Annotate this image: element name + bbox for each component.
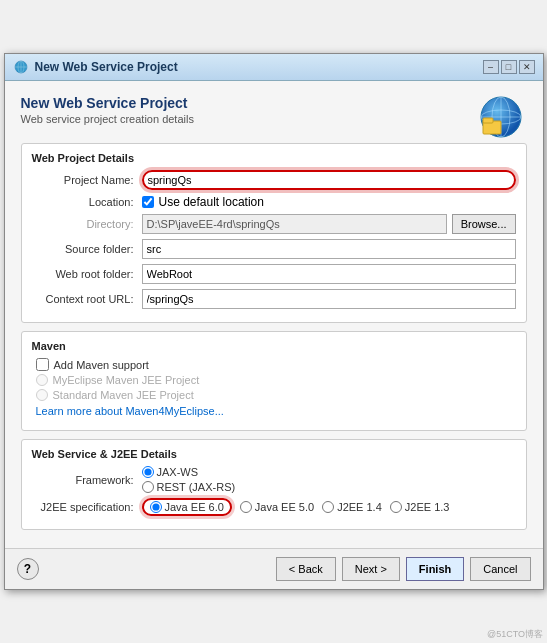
standard-maven-label: Standard Maven JEE Project (53, 389, 194, 401)
j2ee-13-label: J2EE 1.3 (405, 501, 450, 513)
close-button[interactable]: ✕ (519, 60, 535, 74)
jax-ws-row: JAX-WS (142, 466, 236, 478)
browse-button[interactable]: Browse... (452, 214, 516, 234)
java-ee-50-label: Java EE 5.0 (255, 501, 314, 513)
next-button[interactable]: Next > (342, 557, 400, 581)
myeclipse-maven-label: MyEclipse Maven JEE Project (53, 374, 200, 386)
directory-input[interactable] (142, 214, 447, 234)
j2ee-13-radio[interactable] (390, 501, 402, 513)
web-root-folder-input[interactable] (142, 264, 516, 284)
cancel-button[interactable]: Cancel (470, 557, 530, 581)
content-wrapper: New Web Service Project Web service proj… (21, 95, 527, 530)
rest-row: REST (JAX-RS) (142, 481, 236, 493)
help-button[interactable]: ? (17, 558, 39, 580)
window-icon (13, 59, 29, 75)
location-label: Location: (32, 196, 142, 208)
j2ee-14-radio[interactable] (322, 501, 334, 513)
web-project-details-label: Web Project Details (32, 152, 516, 164)
standard-maven-row: Standard Maven JEE Project (32, 389, 516, 401)
use-default-location-label: Use default location (159, 195, 264, 209)
j2ee-14-option: J2EE 1.4 (322, 501, 382, 513)
source-folder-input[interactable] (142, 239, 516, 259)
project-name-input[interactable] (142, 170, 516, 190)
maven-label: Maven (32, 340, 516, 352)
java-ee-60-label: Java EE 6.0 (165, 501, 224, 513)
maximize-button[interactable]: □ (501, 60, 517, 74)
location-row: Location: Use default location (32, 195, 516, 209)
maven-section: Maven Add Maven support MyEclipse Maven … (21, 331, 527, 431)
web-root-folder-label: Web root folder: (32, 268, 142, 280)
web-root-folder-row: Web root folder: (32, 264, 516, 284)
learn-more-link[interactable]: Learn more about Maven4MyEclipse... (32, 405, 224, 417)
web-project-details-section: Web Project Details Project Name: Locati… (21, 143, 527, 323)
header-icon (475, 91, 527, 143)
context-root-url-label: Context root URL: (32, 293, 142, 305)
framework-row: Framework: JAX-WS REST (JAX-RS) (32, 466, 516, 493)
finish-button[interactable]: Finish (406, 557, 464, 581)
add-maven-checkbox[interactable] (36, 358, 49, 371)
rest-label: REST (JAX-RS) (157, 481, 236, 493)
title-bar-buttons: – □ ✕ (483, 60, 535, 74)
source-folder-row: Source folder: (32, 239, 516, 259)
header-text: New Web Service Project Web service proj… (21, 95, 194, 137)
directory-row: Directory: Browse... (32, 214, 516, 234)
context-root-url-row: Context root URL: (32, 289, 516, 309)
myeclipse-maven-row: MyEclipse Maven JEE Project (32, 374, 516, 386)
j2ee-spec-row: J2EE specification: Java EE 6.0 Java EE … (32, 498, 516, 516)
jax-ws-radio[interactable] (142, 466, 154, 478)
source-folder-label: Source folder: (32, 243, 142, 255)
footer-left: ? (17, 558, 39, 580)
location-checkbox-row: Use default location (142, 195, 264, 209)
content-area: New Web Service Project Web service proj… (5, 81, 543, 548)
standard-maven-radio[interactable] (36, 389, 48, 401)
page-title: New Web Service Project (21, 95, 194, 111)
j2ee-14-label: J2EE 1.4 (337, 501, 382, 513)
rest-radio[interactable] (142, 481, 154, 493)
directory-label: Directory: (32, 218, 142, 230)
project-name-label: Project Name: (32, 174, 142, 186)
java-ee-50-radio[interactable] (240, 501, 252, 513)
context-root-url-input[interactable] (142, 289, 516, 309)
j2ee-spec-label: J2EE specification: (32, 501, 142, 513)
svg-rect-10 (483, 118, 493, 123)
title-bar: New Web Service Project – □ ✕ (5, 54, 543, 81)
page-subtitle: Web service project creation details (21, 113, 194, 125)
j2ee-13-option: J2EE 1.3 (390, 501, 450, 513)
framework-label: Framework: (32, 474, 142, 486)
web-service-section-label: Web Service & J2EE Details (32, 448, 516, 460)
add-maven-label: Add Maven support (54, 359, 149, 371)
add-maven-row: Add Maven support (32, 358, 516, 371)
footer-right: < Back Next > Finish Cancel (276, 557, 531, 581)
title-bar-text: New Web Service Project (35, 60, 178, 74)
use-default-location-checkbox[interactable] (142, 196, 154, 208)
java-ee-50-option: Java EE 5.0 (240, 501, 314, 513)
title-bar-left: New Web Service Project (13, 59, 178, 75)
main-window: New Web Service Project – □ ✕ New Web Se… (4, 53, 544, 590)
java-ee-60-radio[interactable] (150, 501, 162, 513)
minimize-button[interactable]: – (483, 60, 499, 74)
project-name-row: Project Name: (32, 170, 516, 190)
jax-ws-label: JAX-WS (157, 466, 199, 478)
footer: ? < Back Next > Finish Cancel (5, 548, 543, 589)
java-ee-60-option: Java EE 6.0 (142, 498, 232, 516)
myeclipse-maven-radio[interactable] (36, 374, 48, 386)
watermark: @51CTO博客 (487, 628, 543, 641)
web-service-section: Web Service & J2EE Details Framework: JA… (21, 439, 527, 530)
back-button[interactable]: < Back (276, 557, 336, 581)
